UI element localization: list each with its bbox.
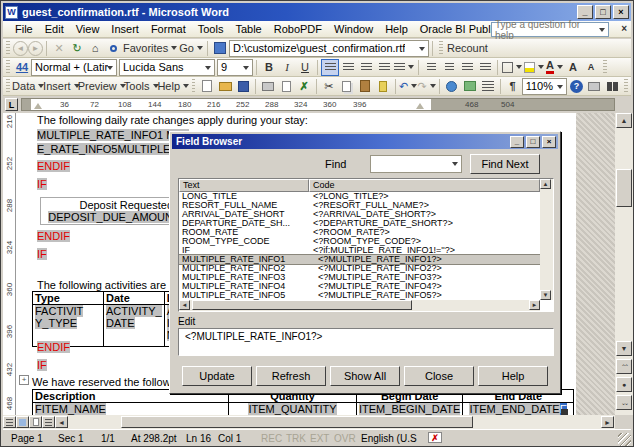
stop-icon[interactable]: ✕ xyxy=(50,40,68,57)
zoom-combo[interactable]: 110% xyxy=(522,78,568,95)
toolbar-grip[interactable] xyxy=(6,79,10,93)
table-move-handle-icon[interactable]: + xyxy=(19,375,29,385)
minimize-icon[interactable]: _ xyxy=(510,136,524,148)
form-field[interactable]: ITEM_END_DATE xyxy=(469,403,559,415)
bip-menu-preview[interactable]: Preview xyxy=(79,78,125,95)
chevron-down-icon[interactable] xyxy=(419,47,425,51)
menu-file[interactable]: File xyxy=(9,22,39,36)
form-field[interactable]: E_RATE_INFO5MULTIPLE_R xyxy=(37,143,185,155)
form-field[interactable]: FITEM_NAME xyxy=(35,403,106,415)
address-combo[interactable]: D:\customize\guest_confirmation.rtf xyxy=(229,40,429,57)
close-button[interactable]: Close xyxy=(404,366,474,386)
menu-help[interactable]: Help xyxy=(379,22,414,36)
dialog-title-bar[interactable]: Field Browser _ □ × xyxy=(172,134,558,149)
table-cell[interactable]: ITEM_END_DATEE xyxy=(463,403,574,416)
scroll-down-icon[interactable]: ▼ xyxy=(616,341,632,356)
chevron-down-icon[interactable] xyxy=(599,28,605,32)
table-cell[interactable]: ACTIVITY_DATE xyxy=(104,305,165,347)
field-row[interactable]: MULTIPLE_RATE_INFO4 <?MULTIPLE_RATE_INFO… xyxy=(179,282,540,291)
font-combo[interactable]: Lucida Sans xyxy=(119,59,215,76)
field-row-selected[interactable]: MULTIPLE_RATE_INFO1 <?MULTIPLE_RATE_INFO… xyxy=(179,255,540,264)
forward-icon[interactable]: ► xyxy=(28,41,43,56)
borders-icon[interactable] xyxy=(501,59,523,76)
status-trk-toggle[interactable]: TRK xyxy=(286,433,306,444)
table-cell[interactable]: ITEM_BEGIN_DATE xyxy=(357,403,463,416)
text-column-header[interactable]: Text xyxy=(179,179,309,192)
help-button[interactable]: Help xyxy=(478,366,548,386)
bullets-icon[interactable] xyxy=(440,59,458,76)
copy-icon[interactable] xyxy=(338,78,356,95)
outline-view-icon[interactable] xyxy=(42,416,55,428)
toolbar-grip[interactable] xyxy=(192,79,196,93)
next-page-icon[interactable]: ⌄⌄ xyxy=(616,395,632,410)
help-icon[interactable]: ? xyxy=(567,78,585,95)
save-icon[interactable] xyxy=(234,78,252,95)
field-row[interactable]: ROOM_RATE<?ROOM_RATE?> xyxy=(179,228,540,237)
if-marker[interactable]: IF xyxy=(37,178,47,190)
scroll-right-icon[interactable]: ► xyxy=(529,300,540,310)
open-icon[interactable] xyxy=(216,78,234,95)
style-combo[interactable]: Normal + (Latir xyxy=(31,59,117,76)
scroll-up-icon[interactable]: ▲ xyxy=(616,113,632,128)
maximize-icon[interactable]: □ xyxy=(526,136,540,148)
scrollbar-thumb[interactable] xyxy=(121,416,473,428)
search-icon[interactable] xyxy=(104,40,122,57)
form-field[interactable]: Y_TYPE xyxy=(35,317,77,329)
form-field[interactable]: MULTIPLE_RATE_INFO1 MUL xyxy=(37,129,189,141)
toolbar-options[interactable] xyxy=(624,79,628,93)
insert-table-icon[interactable] xyxy=(461,78,479,95)
list-vertical-scrollbar[interactable]: ▲ ▼ xyxy=(540,179,553,300)
bip-menu-help[interactable]: Help xyxy=(158,78,189,95)
select-browse-object-icon[interactable]: ● xyxy=(616,377,632,392)
field-list[interactable]: Text Code LONG_TITLE<?LONG_TITLE?> RESOR… xyxy=(178,178,554,312)
bold-icon[interactable]: B xyxy=(260,59,278,76)
status-ovr-toggle[interactable]: OVR xyxy=(334,433,356,444)
show-all-button[interactable]: Show All xyxy=(330,366,400,386)
find-binoculars-icon[interactable] xyxy=(603,78,621,95)
field-row[interactable]: MULTIPLE_RATE_INFO2 <?MULTIPLE_RATE_INFO… xyxy=(179,264,540,273)
menu-insert[interactable]: Insert xyxy=(105,22,145,36)
menu-tools[interactable]: Tools xyxy=(192,22,230,36)
menu-edit[interactable]: Edit xyxy=(39,22,70,36)
status-rec-toggle[interactable]: REC xyxy=(261,433,282,444)
cut-icon[interactable]: ✂ xyxy=(320,78,338,95)
chevron-down-icon[interactable] xyxy=(452,162,458,166)
font-color-icon[interactable]: A xyxy=(545,59,564,76)
scrollbar-thumb[interactable] xyxy=(616,169,632,207)
print-icon[interactable] xyxy=(259,78,277,95)
endif-marker[interactable]: ENDIF xyxy=(37,230,70,242)
shrink-font-icon[interactable]: A xyxy=(582,59,600,76)
close-document-icon[interactable]: × xyxy=(621,23,627,34)
scroll-up-icon[interactable]: ▲ xyxy=(540,179,551,189)
form-field[interactable]: ITEM_BEGIN_DATE xyxy=(359,403,460,415)
find-combo[interactable] xyxy=(370,155,462,173)
table-cell[interactable]: FITEM_NAME xyxy=(33,403,229,416)
format-painter-icon[interactable] xyxy=(374,78,392,95)
underline-icon[interactable]: U xyxy=(296,59,314,76)
scroll-left-icon[interactable]: ◄ xyxy=(179,300,190,310)
align-left-icon[interactable] xyxy=(321,59,339,76)
vertical-scrollbar[interactable]: ▲ ▼ ⌃⌃ ● ⌄⌄ xyxy=(615,113,633,415)
go-button[interactable]: Go xyxy=(178,40,204,57)
italic-icon[interactable]: I xyxy=(278,59,296,76)
code-column-header[interactable]: Code xyxy=(309,179,540,192)
form-field[interactable]: ITEM_QUANTITY xyxy=(248,403,336,415)
list-horizontal-scrollbar[interactable]: ◄ ► xyxy=(179,300,540,311)
print-preview-icon[interactable] xyxy=(277,78,295,95)
edit-box[interactable]: <?MULTIPLE_RATE_INFO1?> xyxy=(178,328,554,356)
endif-marker[interactable]: ENDIF xyxy=(37,341,70,353)
toolbar-options[interactable] xyxy=(603,60,607,74)
home-icon[interactable]: ⌂ xyxy=(86,40,104,57)
menu-format[interactable]: Format xyxy=(145,22,192,36)
recount-button[interactable]: Recount xyxy=(446,40,489,57)
if-marker[interactable]: IF xyxy=(37,359,47,371)
horizontal-ruler[interactable]: L 36 72 108 144 180 216 252 288 324 360 … xyxy=(3,96,615,113)
toolbar-grip[interactable] xyxy=(6,60,10,74)
minimize-icon[interactable]: _ xyxy=(577,5,593,19)
table-cell[interactable]: ITEM_QUANTITY xyxy=(229,403,357,416)
toolbar-grip[interactable] xyxy=(6,41,10,55)
field-row[interactable]: RESORT_FULL_NAME<?RESORT_FULL_NAME?> xyxy=(179,201,540,210)
field-row[interactable]: MULTIPLE_RATE_INFO3 <?MULTIPLE_RATE_INFO… xyxy=(179,273,540,282)
menu-window[interactable]: Window xyxy=(328,22,379,36)
paste-icon[interactable] xyxy=(356,78,374,95)
